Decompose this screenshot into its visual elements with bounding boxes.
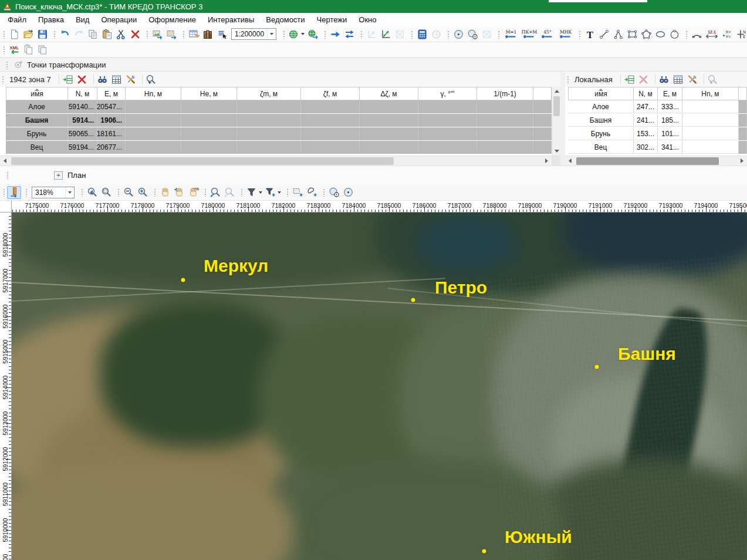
save-button[interactable] [35,28,49,41]
column-header[interactable]: ζm, м [237,87,301,100]
scroll-thumb[interactable] [11,157,394,165]
export-raster-button[interactable] [164,28,178,41]
table-cell[interactable] [301,100,360,113]
measure-ne-button[interactable]: NE [734,28,747,41]
scale-m1-button[interactable]: М=1 [502,28,520,41]
point-row-brun[interactable]: Брунь153...101... [565,127,747,140]
locate-point-button[interactable] [144,73,158,86]
map-point-bashnya[interactable] [595,365,599,369]
scroll-right-arrow[interactable] [542,156,552,166]
draw-line-button[interactable] [597,28,611,41]
menu-operations[interactable]: Операции [95,14,143,26]
point-row-vets[interactable]: Вец59194...20677... [0,141,560,154]
point-row-bashnya[interactable]: Башня5914...1906... [0,114,560,127]
import-raster-button[interactable] [150,28,164,41]
table-cell[interactable] [360,114,418,127]
menu-file[interactable]: Файл [2,14,32,26]
column-header[interactable]: 1/(m-1) [477,87,533,100]
scroll-right-arrow[interactable] [737,156,747,166]
filter-button[interactable] [245,186,263,199]
table-cell[interactable] [418,141,477,154]
table-cell[interactable] [301,114,360,127]
menu-view[interactable]: Вид [70,14,96,26]
combo-dropdown-caret[interactable] [65,187,74,198]
table-cell[interactable] [237,127,301,140]
table-cell[interactable] [126,100,181,113]
pan-move-button[interactable] [172,186,186,199]
point-row-brun[interactable]: Брунь59065...18161... [0,127,560,140]
table-cell[interactable]: Алое [6,100,68,113]
table-cell[interactable] [360,100,418,113]
table-cell[interactable] [477,100,533,113]
table-cell[interactable] [418,127,477,140]
table-cell[interactable] [126,141,181,154]
zoom-in-button[interactable] [136,186,150,199]
column-header[interactable]: N, м [634,87,658,100]
point-row-aloe[interactable]: Алое59140...20547... [0,100,560,113]
inverse-transformation-button[interactable] [342,28,356,41]
scroll-left-arrow[interactable] [0,156,10,166]
table-cell[interactable]: 153... [634,127,658,140]
menu-drawings[interactable]: Чертежи [311,14,353,26]
text-button[interactable]: T [583,28,597,41]
pan-ned-button[interactable]: NED [186,186,200,199]
table-cell[interactable] [126,127,181,140]
project-properties-button[interactable] [187,28,201,41]
combo-dropdown-caret[interactable] [267,29,276,39]
table-cell[interactable] [360,141,418,154]
table-cell[interactable] [477,141,533,154]
zoom-selection-button[interactable] [99,186,113,199]
right-table-tools-button[interactable] [685,73,699,86]
zoom-combo[interactable]: 318% [32,187,75,198]
draw-polygon-button[interactable] [639,28,653,41]
column-header[interactable]: ζf, м [301,87,360,100]
coordinate-system-button-caret[interactable] [301,33,305,35]
table-cell[interactable]: Вец [6,141,68,154]
open-button[interactable] [21,28,35,41]
column-header[interactable]: имя [6,87,68,100]
table-cell[interactable]: Вец [568,141,634,154]
menu-edit[interactable]: Правка [32,14,70,26]
pan-button[interactable] [158,186,172,199]
delete-point-button[interactable] [75,73,89,86]
scroll-thumb[interactable] [576,157,719,165]
menu-design[interactable]: Оформление [143,14,202,26]
right-add-point-button[interactable] [623,73,637,86]
table-cell[interactable] [682,141,739,154]
table-cell[interactable]: 20677... [97,141,126,154]
plan-window-icon[interactable]: + [54,171,63,180]
filter-add-button[interactable] [263,186,282,199]
table-cell[interactable]: 247... [634,100,658,113]
scroll-up-arrow[interactable] [552,87,560,96]
draw-ellipse-button[interactable] [653,28,667,41]
cut-button[interactable] [114,28,128,41]
select-point-button[interactable] [341,186,355,199]
zoom-previous-button[interactable] [208,186,222,199]
table-cell[interactable]: Башня [568,114,634,127]
undo-button[interactable] [58,28,72,41]
add-point-button[interactable] [61,73,75,86]
select-circles-button[interactable] [327,186,341,199]
scroll-thumb[interactable] [553,96,560,116]
table-cell[interactable] [360,127,418,140]
table-cell[interactable]: Брунь [6,127,68,140]
select-rectangle-button[interactable] [290,186,305,199]
column-header[interactable]: Hn, м [126,87,181,100]
table-cell[interactable]: 302... [634,141,658,154]
column-header[interactable]: E, м [658,87,682,100]
column-header[interactable]: Hn, м [682,87,739,100]
paste-button[interactable] [100,28,114,41]
measure-coordinates-button[interactable]: X=Y= [720,28,734,41]
table-cell[interactable] [181,100,237,113]
right-find-point-button[interactable] [657,73,671,86]
menu-window[interactable]: Окно [353,14,382,26]
point-row-vets[interactable]: Вец302...341... [565,141,747,154]
paste-view-button[interactable] [35,43,49,56]
chart-transform-button[interactable] [378,28,393,41]
column-header[interactable]: Δζ, м [360,87,418,100]
table-cell[interactable]: 20547... [97,100,126,113]
find-point-button[interactable] [96,73,110,86]
draw-rectangle-button[interactable] [625,28,639,41]
circles-button[interactable] [465,28,479,41]
map-point-petro[interactable] [411,298,415,302]
